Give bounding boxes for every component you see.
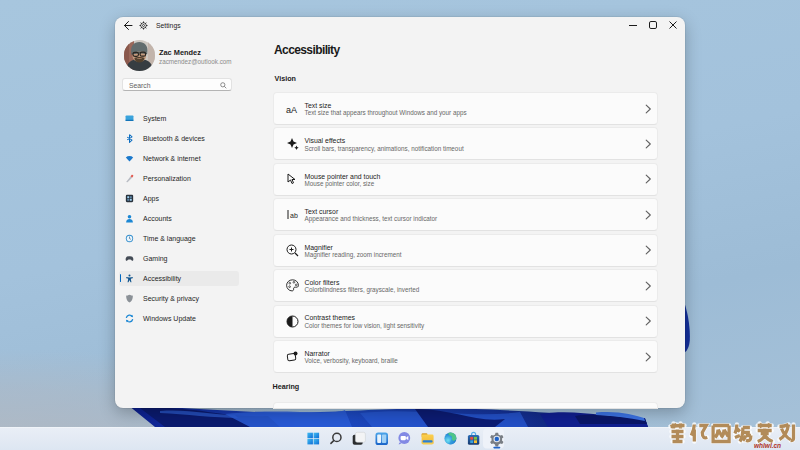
svg-text:whlwl.cn: whlwl.cn (754, 442, 781, 449)
